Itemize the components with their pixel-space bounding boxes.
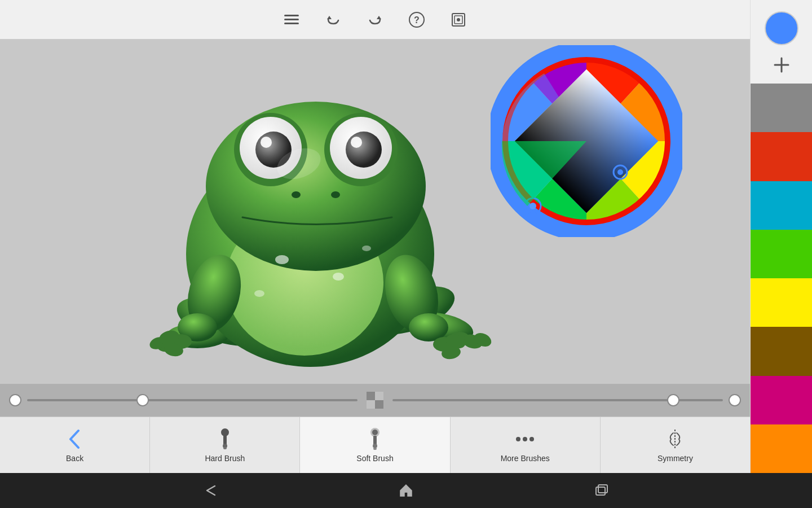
export-icon [450,11,467,28]
undo-button[interactable] [319,6,347,34]
more-brushes-icon [514,428,536,450]
svg-point-7 [457,18,460,21]
undo-icon [325,11,342,28]
soft-brush-icon [367,428,383,450]
svg-point-38 [351,137,362,148]
more-brushes-label: More Brushes [501,454,550,463]
android-recents-button[interactable] [594,483,610,498]
size-slider-section [9,394,358,406]
opacity-checker-icon [367,392,383,409]
hard-brush-button[interactable]: Hard Brush [150,417,300,473]
help-icon: ? [408,11,425,28]
color-wheel-svg[interactable] [491,45,682,237]
android-recents-icon [594,483,610,498]
svg-rect-1 [284,19,299,20]
svg-point-36 [346,132,382,168]
brush-toolbar: Back Hard Brush [0,417,750,473]
svg-point-39 [292,191,301,198]
right-panel [750,0,812,473]
size-slider-track[interactable] [27,399,358,401]
svg-point-37 [261,137,272,148]
size-slider-thumb[interactable] [136,394,149,406]
android-back-button[interactable] [202,483,218,498]
svg-point-65 [529,437,534,441]
color-wheel-container[interactable] [491,45,682,288]
layers-icon [283,11,300,28]
svg-point-30 [206,102,426,271]
size-slider-min-knob [9,394,21,406]
svg-point-64 [523,437,527,441]
svg-point-54 [221,428,229,436]
soft-brush-label: Soft Brush [356,454,393,463]
hard-brush-icon [217,428,233,450]
more-brushes-button[interactable]: More Brushes [451,417,601,473]
svg-rect-69 [596,487,605,495]
svg-text:?: ? [414,15,420,25]
layers-button[interactable] [277,6,306,34]
opacity-slider-track[interactable] [392,399,723,401]
slider-bar [0,384,750,417]
android-home-button[interactable] [398,483,414,498]
symmetry-icon [664,428,686,450]
redo-button[interactable] [361,6,389,34]
android-nav-bar [0,473,812,508]
opacity-slider-max-knob [729,394,741,406]
top-toolbar: ? [0,0,750,40]
svg-point-41 [275,255,289,264]
back-label: Back [66,454,83,463]
symmetry-label: Symmetry [657,454,693,463]
back-chevron-icon [66,428,84,450]
swatch-gray[interactable] [751,84,812,132]
svg-point-40 [331,191,340,198]
swatch-cyan[interactable] [751,181,812,230]
svg-rect-0 [284,15,299,16]
swatch-yellow[interactable] [751,278,812,327]
svg-rect-2 [284,23,299,24]
swatch-brown[interactable] [751,327,812,375]
main-area: ? [0,0,750,473]
color-swatches-panel [751,84,812,473]
svg-point-59 [372,430,378,435]
add-color-button[interactable] [767,51,796,79]
swatch-magenta[interactable] [751,376,812,424]
frog-svg [85,51,508,384]
symmetry-button[interactable]: Symmetry [601,417,750,473]
back-button[interactable]: Back [0,417,150,473]
help-button[interactable]: ? [403,6,431,34]
app: ? [0,0,812,473]
svg-point-61 [373,444,377,448]
svg-rect-60 [373,436,377,445]
frog-illustration [85,51,508,384]
svg-rect-70 [598,485,607,493]
svg-point-43 [254,290,264,297]
svg-point-51 [617,169,623,175]
swatch-orange[interactable] [751,424,812,473]
swatch-green[interactable] [751,230,812,278]
android-home-icon [398,483,414,498]
android-back-icon [202,483,218,498]
swatch-red-orange[interactable] [751,132,812,181]
plus-icon [773,56,791,74]
canvas-area[interactable] [0,40,750,384]
svg-point-53 [529,203,536,209]
opacity-slider-section [392,394,741,406]
svg-point-63 [516,437,520,441]
svg-point-57 [223,447,227,449]
svg-point-44 [362,246,371,251]
opacity-slider-thumb[interactable] [667,394,679,406]
svg-point-42 [333,273,344,281]
hard-brush-label: Hard Brush [205,454,245,463]
redo-icon [367,11,383,28]
svg-point-62 [373,448,377,450]
selected-color-swatch[interactable] [765,11,798,45]
soft-brush-button[interactable]: Soft Brush [300,417,450,473]
export-button[interactable] [444,6,473,34]
